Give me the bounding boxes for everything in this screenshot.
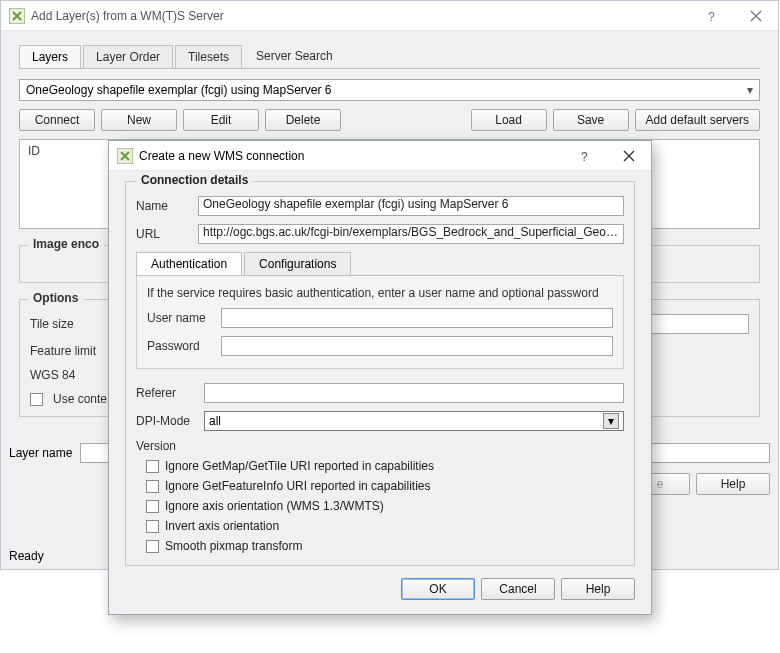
wgs84-label: WGS 84 <box>30 368 100 382</box>
connection-details-group: Connection details Name OneGeology shape… <box>125 181 635 566</box>
auth-pane: If the service requires basic authentica… <box>136 276 624 369</box>
version-label: Version <box>136 439 624 453</box>
url-row: URL http://ogc.bgs.ac.uk/fcgi-bin/exempl… <box>136 224 624 244</box>
add-default-servers-button[interactable]: Add default servers <box>635 109 760 131</box>
modal-body: Connection details Name OneGeology shape… <box>109 171 651 614</box>
close-icon[interactable] <box>734 1 778 31</box>
invert-axis-checkbox[interactable] <box>146 520 159 533</box>
window-controls: ? <box>690 1 778 31</box>
server-select[interactable]: OneGeology shapefile exemplar (fcgi) usi… <box>19 79 760 101</box>
ignore-axis-checkbox[interactable] <box>146 500 159 513</box>
modal-window-controls: ? <box>563 141 651 171</box>
tab-server-search[interactable]: Server Search <box>244 45 345 68</box>
tab-configurations[interactable]: Configurations <box>244 252 351 275</box>
auth-hint: If the service requires basic authentica… <box>147 286 613 300</box>
help-icon[interactable]: ? <box>563 141 607 171</box>
edit-button[interactable]: Edit <box>183 109 259 131</box>
tab-layers[interactable]: Layers <box>19 45 81 68</box>
load-button[interactable]: Load <box>471 109 547 131</box>
ignore-getmap-label: Ignore GetMap/GetTile URI reported in ca… <box>165 459 434 473</box>
qgis-icon <box>117 148 133 164</box>
delete-button[interactable]: Delete <box>265 109 341 131</box>
username-input[interactable] <box>221 308 613 328</box>
invert-axis-label: Invert axis orientation <box>165 519 279 533</box>
modal-titlebar: Create a new WMS connection ? <box>109 141 651 171</box>
id-column-header: ID <box>28 144 40 158</box>
password-label: Password <box>147 339 213 353</box>
tab-authentication[interactable]: Authentication <box>136 252 242 275</box>
modal-title: Create a new WMS connection <box>139 149 304 163</box>
ignore-getfeatureinfo-checkbox[interactable] <box>146 480 159 493</box>
tab-tilesets[interactable]: Tilesets <box>175 45 242 68</box>
server-select-value: OneGeology shapefile exemplar (fcgi) usi… <box>26 83 331 97</box>
smooth-pixmap-label: Smooth pixmap transform <box>165 539 302 553</box>
url-label: URL <box>136 227 188 241</box>
status-bar: Ready <box>9 549 44 563</box>
name-input[interactable]: OneGeology shapefile exemplar (fcgi) usi… <box>198 196 624 216</box>
layer-name-label: Layer name <box>9 446 72 460</box>
svg-text:?: ? <box>708 10 715 22</box>
use-context-checkbox[interactable] <box>30 393 43 406</box>
tabstrip: Layers Layer Order Tilesets Server Searc… <box>19 45 760 69</box>
options-group-title: Options <box>28 291 83 305</box>
password-input[interactable] <box>221 336 613 356</box>
ignore-getmap-checkbox[interactable] <box>146 460 159 473</box>
main-titlebar: Add Layer(s) from a WM(T)S Server ? <box>1 1 778 31</box>
referer-input[interactable] <box>204 383 624 403</box>
username-label: User name <box>147 311 213 325</box>
name-label: Name <box>136 199 188 213</box>
help-icon[interactable]: ? <box>690 1 734 31</box>
modal-help-button[interactable]: Help <box>561 578 635 600</box>
smooth-pixmap-checkbox[interactable] <box>146 540 159 553</box>
new-button[interactable]: New <box>101 109 177 131</box>
create-wms-connection-dialog: Create a new WMS connection ? Connection… <box>108 140 652 615</box>
feature-limit-label: Feature limit <box>30 344 100 358</box>
dpi-mode-label: DPI-Mode <box>136 414 194 428</box>
connection-details-title: Connection details <box>136 173 253 187</box>
main-title: Add Layer(s) from a WM(T)S Server <box>31 9 224 23</box>
chevron-down-icon: ▾ <box>747 83 753 97</box>
tab-layer-order[interactable]: Layer Order <box>83 45 173 68</box>
dpi-mode-value: all <box>209 414 221 428</box>
name-row: Name OneGeology shapefile exemplar (fcgi… <box>136 196 624 216</box>
auth-tabstrip: Authentication Configurations <box>136 252 624 276</box>
svg-text:?: ? <box>581 150 588 162</box>
url-input[interactable]: http://ogc.bgs.ac.uk/fcgi-bin/exemplars/… <box>198 224 624 244</box>
version-block: Version Ignore GetMap/GetTile URI report… <box>136 439 624 553</box>
use-context-label: Use conte <box>53 392 107 406</box>
image-encoding-title: Image enco <box>28 237 104 251</box>
ignore-axis-label: Ignore axis orientation (WMS 1.3/WMTS) <box>165 499 384 513</box>
server-button-row: Connect New Edit Delete Load Save Add de… <box>19 109 760 131</box>
referer-label: Referer <box>136 386 194 400</box>
qgis-icon <box>9 8 25 24</box>
ignore-getfeatureinfo-label: Ignore GetFeatureInfo URI reported in ca… <box>165 479 430 493</box>
close-icon[interactable] <box>607 141 651 171</box>
save-button[interactable]: Save <box>553 109 629 131</box>
tile-size-label: Tile size <box>30 317 100 331</box>
chevron-down-icon: ▾ <box>603 413 619 429</box>
cancel-button[interactable]: Cancel <box>481 578 555 600</box>
dpi-mode-select[interactable]: all ▾ <box>204 411 624 431</box>
ok-button[interactable]: OK <box>401 578 475 600</box>
main-help-button[interactable]: Help <box>696 473 770 495</box>
modal-button-row: OK Cancel Help <box>125 578 635 600</box>
connect-button[interactable]: Connect <box>19 109 95 131</box>
